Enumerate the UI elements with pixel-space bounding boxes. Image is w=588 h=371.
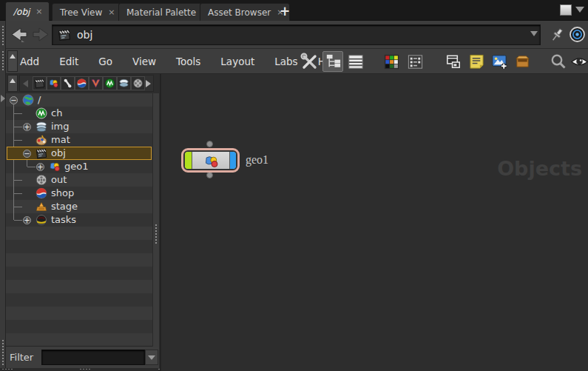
network-path-value: obj [77,29,92,41]
pin-icon[interactable] [548,26,566,44]
tools-wrench-button[interactable] [299,51,320,72]
root-globe-icon [22,94,34,106]
objnet-icon [34,78,45,89]
pane-menu-dropdown-icon[interactable] [575,7,584,13]
tree-row-stage[interactable]: stage [6,200,152,213]
color-palette-button[interactable] [381,51,402,72]
network-path-field[interactable]: obj [52,24,541,45]
ropnet-icon [132,78,143,89]
search-button[interactable] [548,51,569,72]
side-flyout-icon[interactable] [1,95,5,102]
tree-row-label: shop [51,187,74,198]
expand-icon[interactable]: + [23,216,31,224]
filter-objnet-button[interactable] [33,76,47,90]
filter-geometry-button[interactable] [47,76,61,90]
filter-shopnet-button[interactable] [75,76,89,90]
tree-toolbar-overflow-button[interactable] [7,75,18,92]
add-image-button[interactable] [489,51,510,72]
back-arrow-button[interactable] [10,27,29,43]
network-editor-canvas[interactable]: Objects geo1 [160,74,588,371]
menubar-overflow-button[interactable] [7,50,18,72]
tasks-icon [36,214,47,226]
tab-obj[interactable]: /obj × [5,1,50,21]
collapse-icon[interactable]: − [10,96,18,104]
matnet-icon [36,134,47,146]
tree-row-tasks[interactable]: + tasks [6,213,152,227]
list-view-button[interactable] [345,51,365,72]
tab-tree-view[interactable]: Tree View × [52,3,122,21]
node-input-connector[interactable] [206,141,213,147]
scroll-right-icon[interactable] [146,80,151,87]
tree-row-shop[interactable]: shop [6,187,152,200]
new-tab-button[interactable]: + [277,3,293,19]
tree-row-label: mat [51,134,70,145]
tree-row-label: stage [51,201,78,212]
network-view-icon [324,53,342,71]
follow-network-radar-icon[interactable] [568,25,587,44]
expand-icon[interactable]: + [23,123,31,131]
network-tree-view[interactable]: − / ch + img [6,93,152,347]
menu-bar: Add Edit Go View Tools Layout Labs Help [0,49,588,74]
node-name-label: geo1 [246,153,268,167]
node-render-flag[interactable] [229,152,236,170]
filter-vopnet-button[interactable] [89,76,103,90]
tree-scrollbar[interactable] [152,93,159,347]
scroll-left-icon[interactable] [23,80,28,87]
visibility-eye-button[interactable] [569,51,588,72]
asset-box-button[interactable] [512,51,533,72]
tree-row-label: geo1 [64,161,88,172]
expand-icon[interactable]: + [36,163,44,171]
menu-go[interactable]: Go [98,56,112,67]
filter-input[interactable] [41,350,145,365]
thumbnail-grid-button[interactable] [405,51,425,72]
filter-character-button[interactable] [61,76,75,90]
filter-chopnet-button[interactable] [103,76,117,90]
tree-row-ch[interactable]: ch [6,107,152,120]
node-output-connector[interactable] [206,172,213,178]
sticky-note-button[interactable] [466,51,487,72]
color-palette-grid-icon [382,53,401,71]
network-view-button[interactable] [322,51,343,72]
ropnet-icon [36,174,47,186]
filter-ropnet-button[interactable] [131,76,145,90]
node-body[interactable] [184,151,237,170]
pane-splitter-strip[interactable] [0,21,6,371]
filter-imgnet-button[interactable] [117,76,131,90]
window-layout-button[interactable] [443,51,464,72]
tree-row-mat[interactable]: mat [6,133,152,147]
maximize-pane-button[interactable] [560,4,572,16]
network-context-watermark: Objects [497,157,582,180]
tab-bar: /obj × Tree View × Material Palette × As… [0,0,588,21]
menu-tools[interactable]: Tools [176,56,200,67]
geometry-icon [49,161,61,173]
node-display-flag[interactable] [185,152,192,170]
chopnet-icon [104,78,115,89]
geometry-icon [48,78,59,89]
eye-icon [570,53,588,71]
node-geo1[interactable] [181,148,240,173]
tree-row-label: / [38,94,41,105]
tree-row-obj[interactable]: − obj [6,147,152,160]
tab-label: Material Palette [126,7,196,18]
menu-add[interactable]: Add [20,56,39,67]
scrollbar-grip[interactable] [155,224,158,244]
tab-close-icon[interactable]: × [36,7,42,16]
tree-row-label: ch [51,107,62,118]
tree-row-root[interactable]: − / [6,93,152,107]
tab-close-icon[interactable]: × [108,7,115,17]
tree-row-geo1[interactable]: + geo1 [6,160,152,173]
stage-icon [36,201,47,213]
tree-row-img[interactable]: + img [6,120,152,133]
menu-labs[interactable]: Labs [274,56,297,67]
menu-view[interactable]: View [132,56,156,67]
forward-arrow-button[interactable] [31,27,50,43]
sticky-note-icon [467,53,486,71]
filter-dropdown-button[interactable] [145,350,158,365]
tree-row-out[interactable]: out [6,173,152,187]
tree-row-label: out [51,174,67,185]
menu-layout[interactable]: Layout [220,56,254,67]
menu-edit[interactable]: Edit [59,56,78,67]
collapse-icon[interactable]: − [23,150,31,158]
thumbnail-grid-icon [406,53,425,71]
path-dropdown-icon[interactable] [530,31,538,36]
